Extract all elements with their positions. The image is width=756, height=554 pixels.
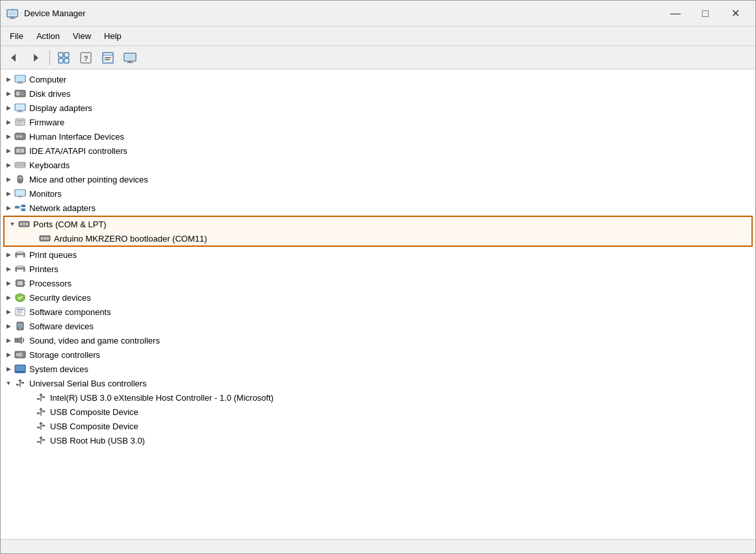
tree-item-sound-video[interactable]: Sound, video and game controllers (1, 333, 755, 347)
svg-rect-87 (17, 311, 22, 312)
expander-ide-atapi[interactable] (3, 145, 14, 156)
tree-item-computer[interactable]: Computer (1, 72, 755, 86)
device-tree[interactable]: ComputerDisk drivesDisplay adaptersFirmw… (1, 69, 755, 539)
menu-action[interactable]: Action (30, 29, 66, 44)
tree-item-usb-controllers[interactable]: Universal Serial Bus controllers (1, 376, 755, 390)
expander-display-adapters[interactable] (3, 103, 14, 113)
minimize-button[interactable]: — (660, 3, 690, 24)
expander-system-devices[interactable] (3, 364, 14, 374)
svg-rect-46 (18, 164, 20, 165)
svg-marker-6 (34, 54, 38, 62)
label-usb-composite-2: USB Composite Device (50, 422, 138, 431)
menu-view[interactable]: View (66, 29, 98, 44)
svg-marker-127 (39, 436, 43, 438)
svg-rect-52 (20, 165, 23, 166)
svg-rect-62 (21, 208, 25, 211)
title-bar: Device Manager — □ ✕ (1, 1, 755, 27)
expander-ports[interactable] (7, 219, 18, 229)
back-button[interactable] (3, 49, 24, 67)
tree-item-processors[interactable]: Processors (1, 276, 755, 290)
tree-item-software-devices[interactable]: Software devices (1, 319, 755, 333)
tree-item-network-adapters[interactable]: Network adapters (1, 201, 755, 215)
menu-help[interactable]: Help (98, 29, 128, 44)
svg-rect-47 (20, 164, 21, 165)
tree-item-usb-composite-2[interactable]: USB Composite Device (1, 419, 755, 433)
expander-monitors[interactable] (3, 188, 14, 199)
tree-item-print-queues[interactable]: Print queues (1, 247, 755, 262)
expander-computer[interactable] (3, 74, 14, 84)
tree-item-mice[interactable]: Mice and other pointing devices (1, 172, 755, 186)
svg-rect-71 (44, 237, 46, 240)
help-button[interactable]: ? (75, 49, 96, 67)
tree-item-usb-intel[interactable]: Intel(R) USB 3.0 eXtensible Host Control… (1, 390, 755, 405)
monitor-button[interactable] (120, 49, 140, 67)
expander-mice[interactable] (3, 174, 14, 184)
svg-rect-68 (26, 223, 28, 225)
icon-hid (14, 130, 27, 143)
svg-rect-7 (59, 53, 63, 57)
expander-processors[interactable] (3, 278, 14, 288)
tree-item-ports[interactable]: Ports (COM & LPT) (5, 217, 751, 231)
expander-keyboards[interactable] (3, 160, 14, 170)
label-processors: Processors (29, 279, 72, 288)
expander-printers[interactable] (3, 264, 14, 274)
tree-item-ide-atapi[interactable]: IDE ATA/ATAPI controllers (1, 144, 755, 158)
expander-firmware[interactable] (3, 117, 14, 127)
tree-item-firmware[interactable]: Firmware (1, 115, 755, 129)
svg-rect-3 (9, 18, 16, 19)
device-manager-window: Device Manager — □ ✕ File Action View He… (0, 0, 756, 554)
icon-usb-device (34, 405, 47, 418)
svg-rect-58 (16, 190, 25, 195)
svg-point-43 (19, 149, 21, 152)
forward-button[interactable] (25, 49, 46, 67)
icon-security (14, 291, 27, 304)
tree-item-printers[interactable]: Printers (1, 262, 755, 276)
svg-point-92 (20, 328, 21, 329)
tree-item-disk-drives[interactable]: Disk drives (1, 86, 755, 101)
svg-point-4 (12, 8, 13, 10)
tree-item-storage-controllers[interactable]: Storage controllers (1, 347, 755, 362)
svg-rect-93 (15, 338, 18, 342)
icon-processor (14, 277, 27, 290)
label-usb-root-hub: USB Root Hub (USB 3.0) (50, 436, 145, 446)
tree-item-usb-composite-1[interactable]: USB Composite Device (1, 405, 755, 419)
svg-rect-86 (17, 309, 23, 310)
tree-item-security-devices[interactable]: Security devices (1, 290, 755, 305)
svg-rect-74 (17, 251, 23, 253)
expander-network-adapters[interactable] (3, 203, 14, 213)
svg-rect-19 (128, 61, 132, 62)
expander-print-queues[interactable] (3, 249, 14, 260)
svg-rect-2 (10, 17, 14, 18)
expander-security-devices[interactable] (3, 292, 14, 303)
tree-item-display-adapters[interactable]: Display adapters (1, 101, 755, 115)
expander-disk-drives[interactable] (3, 88, 14, 99)
expander-human-interface[interactable] (3, 131, 14, 142)
expander-software-components[interactable] (3, 307, 14, 317)
svg-rect-66 (20, 223, 22, 225)
properties-button[interactable] (98, 49, 118, 67)
expander-usb-controllers[interactable] (3, 378, 14, 388)
svg-rect-35 (17, 122, 22, 123)
icon-printer (14, 262, 27, 275)
tree-item-arduino[interactable]: Arduino MKRZERO bootloader (COM11) (5, 231, 751, 246)
svg-rect-30 (16, 105, 25, 110)
menu-bar: File Action View Help (1, 27, 755, 46)
tree-item-software-components[interactable]: Software components (1, 305, 755, 319)
expander-storage-controllers[interactable] (3, 349, 14, 360)
tree-item-keyboards[interactable]: Keyboards (1, 158, 755, 172)
icon-mouse (14, 173, 27, 186)
expander-software-devices[interactable] (3, 321, 14, 331)
tree-item-usb-root-hub[interactable]: USB Root Hub (USB 3.0) (1, 433, 755, 447)
tree-item-monitors[interactable]: Monitors (1, 186, 755, 201)
tree-item-human-interface[interactable]: Human Interface Devices (1, 129, 755, 144)
svg-rect-32 (17, 112, 23, 112)
close-button[interactable]: ✕ (720, 3, 750, 24)
icon-port-device (38, 232, 51, 245)
menu-file[interactable]: File (3, 29, 30, 44)
label-ports: Ports (COM & LPT) (33, 220, 107, 229)
device-manager-view-button[interactable] (53, 49, 74, 67)
expander-sound-video[interactable] (3, 335, 14, 346)
tree-item-system-devices[interactable]: System devices (1, 362, 755, 376)
maximize-button[interactable]: □ (690, 3, 720, 24)
app-icon (6, 7, 19, 20)
